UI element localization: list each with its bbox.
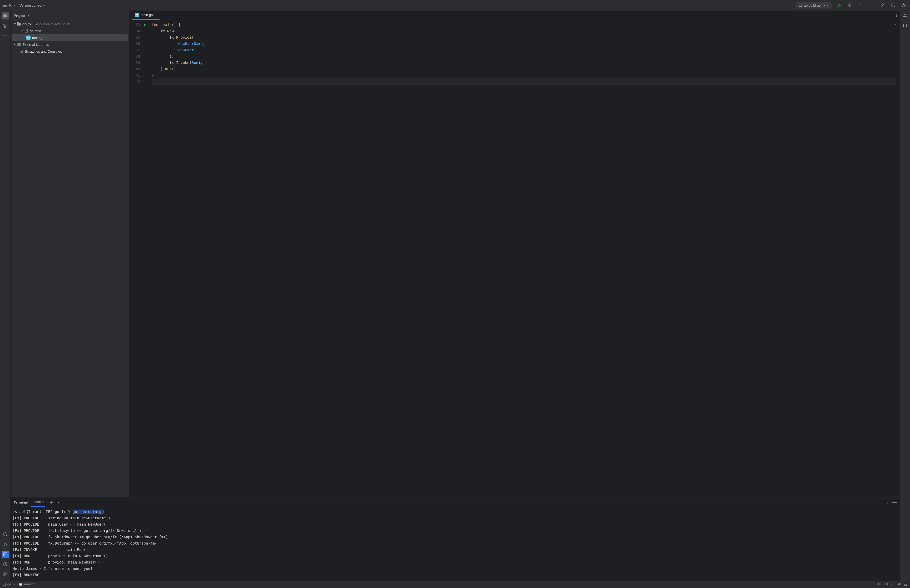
code-line[interactable]: fx.Provide( xyxy=(152,34,896,40)
tree-item-ext-libs[interactable]: External Libraries xyxy=(12,41,128,48)
tree-item-maingo[interactable]: main.go xyxy=(12,34,128,41)
project-dropdown[interactable]: go_fx xyxy=(3,3,15,7)
project-tree: go_fx ~/GolandProjects/go_fx go.mod main… xyxy=(11,21,129,55)
terminal-header: Terminal Local × ＋ — xyxy=(11,498,899,507)
bell-icon xyxy=(903,14,907,18)
svg-rect-13 xyxy=(3,24,5,25)
close-tab-button[interactable]: × xyxy=(154,13,157,17)
project-tool-button[interactable] xyxy=(2,12,9,19)
project-title: Project xyxy=(14,14,25,18)
terminal-dropdown[interactable] xyxy=(57,502,60,503)
services-tool-button[interactable] xyxy=(2,531,9,538)
tree-item-label: Scratches and Consoles xyxy=(25,50,62,53)
code-with-me-button[interactable] xyxy=(879,2,886,8)
code-line[interactable]: NewUser, xyxy=(152,47,896,53)
code-line[interactable]: } xyxy=(152,72,896,78)
status-readonly-toggle[interactable] xyxy=(904,583,907,586)
svg-point-42 xyxy=(887,502,888,503)
svg-marker-1 xyxy=(838,4,840,7)
hide-terminal-button[interactable]: — xyxy=(892,500,897,504)
run-button[interactable] xyxy=(836,2,842,8)
svg-rect-15 xyxy=(5,26,6,27)
status-line-ending[interactable]: LF xyxy=(878,583,882,586)
svg-point-6 xyxy=(860,3,860,4)
editor-more-button[interactable] xyxy=(896,13,897,17)
chevron-down-icon xyxy=(13,5,15,6)
debug-button[interactable] xyxy=(846,2,853,8)
run-config-selector[interactable]: go build go_fx xyxy=(796,2,832,8)
svg-rect-33 xyxy=(20,43,21,46)
svg-point-10 xyxy=(892,4,894,6)
notifications-button[interactable] xyxy=(901,12,909,19)
run-config-icon xyxy=(798,3,802,7)
project-header[interactable]: Project xyxy=(11,11,129,21)
gutter-run-icon[interactable] xyxy=(144,24,146,26)
svg-rect-0 xyxy=(799,4,802,6)
code-line[interactable]: func main() { xyxy=(152,22,896,28)
svg-point-8 xyxy=(860,6,860,7)
close-terminal-tab[interactable]: × xyxy=(42,500,44,504)
go-file-icon xyxy=(19,583,23,586)
run-config-label: go build go_fx xyxy=(804,3,825,7)
tree-root-path: ~/GolandProjects/go_fx xyxy=(34,22,70,26)
terminal-output[interactable]: israel@Israels-MBP go_fx % go run main.g… xyxy=(11,507,899,581)
database-icon xyxy=(903,24,907,28)
svg-point-38 xyxy=(896,15,897,16)
editor-tab-label: main.go xyxy=(141,13,153,17)
crumb-project: go_fx xyxy=(7,583,15,586)
code-lines[interactable]: func main() { fx.New( fx.Provide( NewUse… xyxy=(148,20,899,497)
status-encoding[interactable]: UTF-8 xyxy=(884,583,894,586)
breadcrumb[interactable]: go_fx › main.go xyxy=(3,583,35,586)
tree-root[interactable]: go_fx ~/GolandProjects/go_fx xyxy=(12,21,128,27)
tree-item-gomod[interactable]: go.mod xyxy=(12,27,128,34)
structure-icon xyxy=(3,24,7,28)
bug-icon xyxy=(847,3,852,8)
code-line[interactable]: ).Run() xyxy=(152,66,896,72)
svg-point-43 xyxy=(887,503,888,504)
code-line[interactable]: NewUserName, xyxy=(152,40,896,47)
vcs-dropdown[interactable]: Version control xyxy=(19,3,46,7)
svg-point-24 xyxy=(5,565,5,565)
crumb-file: main.go xyxy=(24,583,35,586)
more-tools-button[interactable] xyxy=(2,32,9,39)
structure-tool-button[interactable] xyxy=(2,22,9,29)
terminal-tab[interactable]: Local × xyxy=(31,498,45,507)
svg-point-12 xyxy=(903,5,905,6)
tree-item-scratches[interactable]: Scratches and Consoles xyxy=(12,48,128,55)
line-number-gutter: 33343536373839404142 xyxy=(129,20,142,497)
database-tool-button[interactable] xyxy=(901,22,909,29)
svg-point-17 xyxy=(5,36,5,36)
git-tool-button[interactable] xyxy=(2,571,9,578)
terminal-title: Terminal xyxy=(14,500,27,504)
run-tool-button[interactable] xyxy=(2,541,9,548)
editor-tab[interactable]: main.go × xyxy=(132,11,160,20)
analysis-ok-icon[interactable]: ✓ xyxy=(894,22,897,27)
tree-item-label: main.go xyxy=(32,36,44,40)
code-line[interactable]: ), xyxy=(152,53,896,60)
svg-point-41 xyxy=(887,501,888,501)
terminal-tool-button[interactable] xyxy=(2,551,9,558)
breadcrumb-sep: › xyxy=(16,583,18,586)
code-area[interactable]: 33343536373839404142 func main() { fx.Ne… xyxy=(129,20,899,497)
module-icon xyxy=(3,583,6,586)
terminal-more-button[interactable] xyxy=(887,500,888,504)
folder-icon xyxy=(17,23,21,26)
code-line[interactable] xyxy=(152,78,896,85)
problems-tool-button[interactable] xyxy=(2,561,9,568)
hexagon-icon xyxy=(3,532,8,537)
settings-button[interactable] xyxy=(900,2,907,8)
svg-rect-32 xyxy=(19,43,19,46)
code-line[interactable]: fx.Invoke(Run), xyxy=(152,60,896,66)
go-file-icon xyxy=(26,36,31,40)
svg-point-37 xyxy=(896,13,897,14)
search-everywhere-button[interactable] xyxy=(890,2,896,8)
more-actions-button[interactable] xyxy=(857,2,863,8)
code-line[interactable]: fx.New( xyxy=(152,28,896,34)
svg-point-27 xyxy=(6,573,7,574)
gear-icon xyxy=(901,3,906,8)
tree-item-label: External Libraries xyxy=(23,43,49,47)
new-terminal-button[interactable]: ＋ xyxy=(49,499,54,506)
status-indent[interactable]: Tab xyxy=(896,583,901,586)
svg-point-39 xyxy=(896,16,897,17)
play-icon xyxy=(837,3,841,8)
